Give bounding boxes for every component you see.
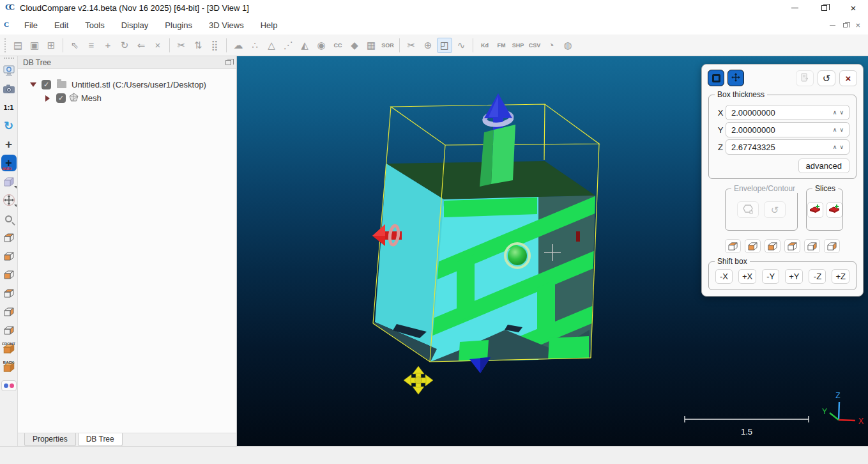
minimize-icon[interactable] (780, 0, 809, 15)
shift-plusminus-x-button[interactable]: +X (738, 269, 756, 284)
view-front-icon[interactable] (1, 267, 17, 282)
zoom-magnifier-icon[interactable] (1, 211, 17, 226)
iso-front-icon[interactable]: FRONT (1, 341, 17, 356)
pan-cross-interactor[interactable] (404, 366, 433, 394)
mesh-scalar-icon[interactable]: ◭ (297, 38, 312, 53)
mesh-delaunay-icon[interactable]: △ (264, 38, 279, 53)
open-icon[interactable]: ▤ (10, 38, 26, 53)
subsample-icon[interactable]: ⣿ (207, 38, 222, 53)
translate-rotate-icon[interactable]: ⊕ (420, 38, 436, 53)
shift-minus-z-button[interactable]: -Z (809, 269, 826, 284)
save-icon[interactable]: ▣ (27, 38, 42, 53)
kd-tree-icon[interactable]: Kd (477, 38, 492, 53)
shp-export-icon[interactable]: SHP (510, 38, 526, 53)
pan-mode-icon[interactable] (1, 192, 17, 208)
dropdown-arrow-icon[interactable] (14, 186, 17, 189)
tree-row-mesh[interactable]: ✓ Mesh (18, 91, 236, 105)
collapse-arrow-icon[interactable] (45, 95, 50, 102)
visibility-checkbox[interactable]: ✓ (42, 80, 51, 89)
3d-viewport[interactable]: 1.5 Z Y X ↺ × (237, 56, 868, 446)
tab-properties[interactable]: Properties (24, 433, 76, 446)
extract-slice-button[interactable] (807, 202, 823, 218)
shift-plusminus-y-button[interactable]: +Y (785, 269, 803, 284)
shift-minus-y-button[interactable]: -Y (762, 269, 779, 284)
sphere-render-icon[interactable]: ◔ (544, 38, 559, 53)
point-pair-align-icon[interactable]: ⇅ (190, 38, 206, 53)
close-icon[interactable]: × (839, 0, 868, 15)
spin-down-icon[interactable]: ∨ (839, 144, 844, 150)
remove-last-contour-button[interactable]: ↺ (764, 201, 786, 218)
perspective-cube-icon[interactable] (1, 174, 17, 189)
globe-icon[interactable]: ◍ (560, 38, 575, 53)
cloud-cloud-distance-icon[interactable]: CC (330, 38, 346, 53)
menu-item-edit[interactable]: Edit (46, 17, 77, 33)
restore-last-box-button[interactable] (796, 70, 814, 86)
thickness-y-input[interactable]: 2.00000000 ∧ ∨ (726, 122, 849, 137)
view-back-icon[interactable] (1, 285, 17, 300)
undock-icon[interactable] (225, 60, 231, 65)
z-minus-cone-interactor[interactable] (469, 357, 491, 373)
child-close-icon[interactable]: × (855, 21, 860, 29)
save-copy-icon[interactable]: ⊞ (43, 38, 59, 53)
checker-texture-icon[interactable]: ▦ (363, 38, 379, 53)
set-view-back-button[interactable] (784, 239, 800, 253)
stereo-mode-icon[interactable] (1, 378, 17, 393)
properties-list-icon[interactable]: ≡ (84, 38, 99, 53)
set-view-top-button[interactable] (725, 239, 741, 253)
screenshot-camera-icon[interactable] (1, 81, 17, 97)
tree-row-root[interactable]: ✓ Untitled.stl (C:/Users/user1/Desktop) (18, 78, 236, 91)
center-sphere-interactor[interactable] (505, 244, 529, 268)
auto-pick-center-icon[interactable]: +auto (1, 155, 17, 171)
apply-transformation-icon[interactable]: ⇐ (133, 38, 149, 53)
extract-envelope-button[interactable] (737, 201, 759, 218)
show-interactors-toggle[interactable] (727, 70, 744, 86)
pick-rotation-center-icon[interactable]: + (1, 137, 17, 152)
visibility-checkbox[interactable]: ✓ (56, 93, 66, 103)
spin-down-icon[interactable]: ∨ (839, 109, 844, 116)
fast-marching-icon[interactable]: FM (494, 38, 509, 53)
spin-down-icon[interactable]: ∨ (839, 127, 844, 133)
delete-icon[interactable]: × (150, 38, 165, 53)
tree-item-label[interactable]: Mesh (81, 93, 102, 103)
advanced-button[interactable]: advanced (798, 159, 849, 173)
compute-octree-icon[interactable]: ∴ (247, 38, 263, 53)
point-info-icon[interactable]: ◉ (314, 38, 329, 53)
menu-item-plugins[interactable]: Plugins (156, 17, 201, 33)
trace-polyline-icon[interactable]: ∿ (453, 38, 469, 53)
set-view-left-button[interactable] (804, 239, 820, 253)
spin-up-icon[interactable]: ∧ (833, 144, 837, 150)
segment-icon[interactable]: ✂ (174, 38, 189, 53)
menu-item-3d-views[interactable]: 3D Views (201, 17, 252, 33)
menu-item-tools[interactable]: Tools (77, 17, 112, 33)
dropdown-arrow-icon[interactable] (14, 205, 17, 207)
extract-multi-slices-button[interactable] (826, 202, 842, 218)
csv-export-icon[interactable]: CSV (527, 38, 542, 53)
pick-element-icon[interactable]: ⇖ (67, 38, 82, 53)
compute-normals-icon[interactable]: ☁ (231, 38, 246, 53)
thickness-z-input[interactable]: 2.67743325 ∧ ∨ (726, 139, 849, 155)
tree-item-label[interactable]: Untitled.stl (C:/Users/user1/Desktop) (72, 80, 206, 89)
menu-item-help[interactable]: Help (252, 17, 286, 33)
tab-db-tree[interactable]: DB Tree (78, 433, 123, 446)
primitive-factory-icon[interactable]: ◆ (347, 38, 362, 53)
spin-up-icon[interactable]: ∧ (833, 109, 837, 116)
zoom-1-1-icon[interactable]: 1:1 (1, 100, 17, 115)
view-left-icon[interactable] (1, 304, 17, 319)
set-view-front-button[interactable] (765, 239, 780, 253)
spin-up-icon[interactable]: ∧ (833, 127, 837, 133)
sor-filter-icon[interactable]: SOR (380, 38, 395, 53)
shift-plusminus-z-button[interactable]: +Z (832, 269, 849, 284)
view-top-icon[interactable] (1, 229, 17, 245)
clone-icon[interactable]: ↻ (117, 38, 132, 53)
child-minimize-icon[interactable] (830, 25, 835, 26)
child-restore-icon[interactable] (843, 23, 848, 27)
expand-arrow-icon[interactable] (30, 82, 36, 87)
rotate-view-icon[interactable]: ↻ (1, 118, 17, 134)
rail-grip[interactable] (4, 58, 14, 59)
restore-icon[interactable] (809, 0, 839, 15)
view-right-icon[interactable] (1, 322, 17, 337)
view-bottom-icon[interactable] (1, 248, 17, 263)
menu-item-display[interactable]: Display (113, 17, 157, 33)
render-display-icon[interactable] (1, 63, 17, 78)
iso-back-icon[interactable]: BACK (1, 359, 17, 375)
